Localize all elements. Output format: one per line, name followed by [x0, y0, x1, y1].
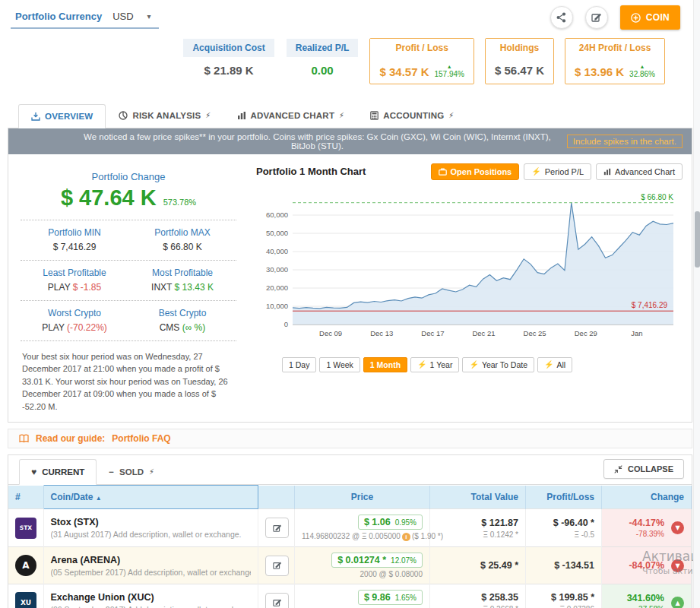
- portfolio-faq-link[interactable]: Portfolio FAQ: [112, 433, 170, 444]
- tab-label: OVERVIEW: [45, 112, 93, 121]
- range-1-year[interactable]: ⚡ 1 Year: [410, 357, 459, 372]
- svg-text:Dec 17: Dec 17: [421, 329, 444, 337]
- position-row-exchange-union[interactable]: XU Exchange Union (XUC) (06 September 20…: [8, 584, 692, 608]
- total-value: $ 121.87: [437, 518, 518, 528]
- price-badge: $ 9.861.65%: [358, 590, 423, 605]
- stat-title: Holdings: [486, 39, 553, 57]
- portfolio-min-link[interactable]: Portfolio MIN: [21, 227, 128, 238]
- positions-table: # Coin/Date ▲ Price Total Value Profit/L…: [8, 485, 692, 608]
- pro-bolt-icon: ⚡: [205, 112, 211, 119]
- svg-text:30,000: 30,000: [266, 265, 288, 274]
- tab-overview[interactable]: OVERVIEW: [18, 104, 106, 128]
- coin-logo-xuc: XU: [15, 592, 36, 608]
- advanced-chart-button[interactable]: Advanced Chart: [596, 163, 683, 180]
- range-1-week[interactable]: 1 Week: [319, 357, 360, 372]
- add-coin-button[interactable]: COIN: [620, 5, 680, 30]
- svg-text:$ 7,416.29: $ 7,416.29: [632, 301, 668, 309]
- stat-card-profit-loss: Profit / Loss $ 34.57 K ▲ 157.94%: [369, 38, 474, 84]
- header-change[interactable]: Change: [602, 486, 692, 509]
- stat-value: $ 13.96 K: [575, 65, 624, 78]
- stat-title: Realized P/L: [287, 39, 359, 57]
- coin-logo-stx: STX: [15, 518, 36, 539]
- tab-current[interactable]: ♥ CURRENT: [19, 459, 97, 485]
- tab-accounting[interactable]: ACCOUNTING ⚡: [357, 103, 467, 128]
- range-1-month[interactable]: 1 Month: [363, 357, 407, 372]
- position-row-arena[interactable]: A Arena (ARENA) (05 September 2017) Add …: [8, 547, 692, 584]
- trend-up-icon: ▲: [447, 64, 452, 70]
- scrollbar-thumb[interactable]: [695, 211, 700, 268]
- svg-text:50,000: 50,000: [266, 229, 288, 237]
- profit-loss-value: $ -134.51: [533, 560, 594, 571]
- coin-logo-arena: A: [15, 555, 36, 576]
- profit-loss-eth: Ξ 0.07286: [533, 605, 594, 608]
- add-description-link[interactable]: Add description, wallet or exchange.: [128, 568, 251, 577]
- coin-date: (31 August 2017): [51, 530, 112, 539]
- scrollbar[interactable]: [693, 0, 700, 608]
- position-quantity: 2000 @ $ 0.08000: [302, 570, 423, 578]
- edit-position-button[interactable]: [265, 556, 289, 576]
- change-pct-secondary: 37.58%: [627, 605, 664, 608]
- profit-loss-eth: Ξ -0.5: [533, 530, 594, 539]
- edit-portfolio-button[interactable]: [585, 6, 608, 29]
- tab-advanced-chart[interactable]: ADVANCED CHART ⚡: [224, 103, 358, 128]
- change-pct: 341.60%: [627, 593, 664, 603]
- range-year-to-date[interactable]: ⚡ Year To Date: [462, 357, 534, 372]
- include-spikes-button[interactable]: Include spikes in the chart.: [567, 135, 683, 148]
- open-positions-button[interactable]: Open Positions: [431, 163, 520, 180]
- range-all[interactable]: ⚡ All: [537, 357, 572, 372]
- guide-text: Read our guide:: [36, 433, 105, 444]
- pro-bolt-icon: ⚡: [339, 112, 344, 119]
- portfolio-line-chart: 010,00020,00030,00040,00050,00060,000Dec…: [256, 188, 678, 349]
- change-pct: -44.17%: [629, 518, 664, 528]
- portfolio-summary: Portfolio Change $ 47.64 K 573.78% Portf…: [17, 162, 245, 413]
- worst-crypto-link[interactable]: Worst Crypto: [21, 308, 128, 318]
- least-profitable-link[interactable]: Least Profitable: [21, 268, 128, 278]
- tab-risk-analysis[interactable]: RISK ANALYSIS ⚡: [106, 103, 223, 128]
- portfolio-min-value: $ 7,416.29: [21, 242, 128, 252]
- stat-pct: ▲ 157.94%: [435, 64, 464, 78]
- best-crypto-link[interactable]: Best Crypto: [128, 308, 236, 318]
- share-icon: [556, 12, 566, 23]
- svg-text:$ 66.80 K: $ 66.80 K: [641, 192, 673, 201]
- position-row-stox[interactable]: STX Stox (STX) (31 August 2017) Add desc…: [8, 509, 692, 547]
- pro-bolt-icon: ⚡: [469, 361, 478, 369]
- share-button[interactable]: [550, 6, 573, 29]
- position-quantity: 114.96800232 @ Ξ 0.005000: [302, 532, 401, 540]
- most-profitable-value: INXT $ 13.43 K: [128, 282, 236, 293]
- header-coin-date[interactable]: Coin/Date ▲: [43, 486, 258, 509]
- period-pl-button[interactable]: ⚡ Period P/L: [524, 163, 591, 180]
- svg-text:Dec 13: Dec 13: [370, 329, 393, 337]
- svg-text:Dec 21: Dec 21: [472, 329, 495, 337]
- sort-asc-icon: ▲: [96, 495, 102, 502]
- most-profitable-link[interactable]: Most Profitable: [128, 268, 236, 278]
- minus-icon: −: [109, 467, 114, 477]
- header-price[interactable]: Price: [295, 486, 430, 509]
- portfolio-currency-select[interactable]: Portfolio Currency USD ▾: [11, 7, 159, 29]
- bar-chart-icon: [603, 168, 611, 176]
- tab-sold[interactable]: − SOLD ⚡: [97, 460, 166, 484]
- topbar-actions: COIN: [550, 5, 680, 30]
- header-total-value[interactable]: Total Value: [430, 486, 526, 509]
- add-description-link[interactable]: Add description, wallet or exchange.: [128, 605, 251, 608]
- tab-label: ADVANCED CHART: [251, 111, 335, 120]
- price-badge: $ 1.060.95%: [358, 515, 423, 530]
- pro-bolt-icon: ⚡: [448, 112, 454, 119]
- change-pct-secondary: -78.39%: [629, 530, 664, 538]
- tab-label: CURRENT: [42, 467, 84, 477]
- stat-title: Profit / Loss: [370, 39, 474, 57]
- stat-value: $ 56.47 K: [495, 64, 544, 77]
- total-value-eth: Ξ 0.1242 *: [437, 530, 518, 539]
- stat-title: Acquisition Cost: [183, 39, 274, 57]
- edit-position-button[interactable]: [265, 593, 289, 608]
- header-profit-loss[interactable]: Profit/Loss: [526, 486, 602, 509]
- edit-position-button[interactable]: [265, 518, 289, 538]
- range-1-day[interactable]: 1 Day: [282, 357, 316, 372]
- pro-bolt-icon: ⚡: [417, 361, 426, 369]
- portfolio-change-value: $ 47.64 K: [61, 185, 157, 211]
- collapse-button[interactable]: COLLAPSE: [603, 459, 684, 479]
- portfolio-max-link[interactable]: Portfolio MAX: [128, 227, 236, 238]
- stat-card-holdings: Holdings $ 56.47 K: [485, 38, 554, 84]
- info-icon[interactable]: i: [402, 533, 410, 541]
- coin-date: (06 September 2017): [51, 605, 126, 608]
- add-description-link[interactable]: Add description, wallet or exchange.: [113, 530, 242, 539]
